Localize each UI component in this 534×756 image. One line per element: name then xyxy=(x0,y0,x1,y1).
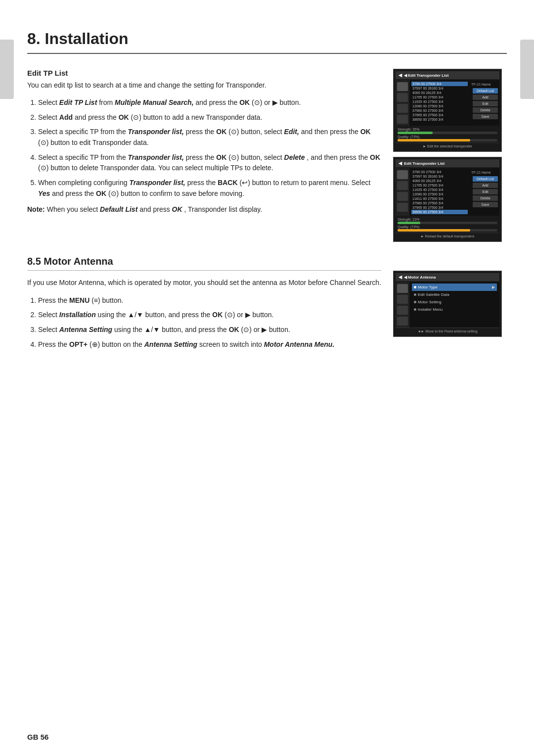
table-row: 37997 00 28160 3/4 xyxy=(411,174,468,179)
sidebar-icon-1 xyxy=(397,82,408,91)
screen2-sidebar xyxy=(396,168,409,216)
screen2-buttons: Default List Add Edit Delete Save xyxy=(471,176,498,207)
btn2-save[interactable]: Save xyxy=(473,202,498,207)
edit-tp-section: Edit TP List You can edit tp list to sea… xyxy=(27,69,507,242)
table-row: 11765 00 27500 3/4 xyxy=(411,183,468,188)
motor-screenshot-area: ◀ ◀ Motor Antenna M xyxy=(393,251,507,337)
left-tab xyxy=(0,40,14,99)
screen1-buttons: Default List Add Edit Delete Save xyxy=(471,88,498,119)
motor-intro: If you use Motor Antenna, which is opera… xyxy=(27,278,381,288)
page-footer: GB 56 xyxy=(27,733,507,741)
btn-save[interactable]: Save xyxy=(473,114,498,119)
screen2-tp-name: TP-21 Name xyxy=(471,170,498,175)
motor-step-2: Select Installation using the ▲/▼ button… xyxy=(38,310,381,321)
screen2-right: TP-21 Name Default List Add Edit Delete … xyxy=(470,168,499,216)
table-row: 12080 00 27500 3/4 xyxy=(411,104,468,108)
screen1-caption: ► Edit the selected transponder xyxy=(396,142,499,149)
sidebar-icon-3 xyxy=(397,192,408,201)
motor-screen-body: Motor Type ▶ Edit Satellite Data Motor S… xyxy=(396,282,499,328)
screen2-body: 3790 00 27500 3/4 37997 00 28160 3/4 400… xyxy=(396,168,499,216)
table-row: 11765 00 27500 3/4 xyxy=(411,95,468,99)
table-row: 3790 00 27500 3/4 xyxy=(411,82,468,86)
edit-tp-note: Note: When you select Default List and p… xyxy=(27,204,381,215)
edit-tp-screenshots: ◀ ◀ Edit Transponder List 3790 00 xyxy=(393,69,507,242)
motor-content: 8.5 Motor Antenna If you use Motor Anten… xyxy=(27,251,381,355)
right-tab xyxy=(520,40,534,99)
motor-menu-item-3[interactable]: Installer Menu xyxy=(412,306,497,313)
step-2: Select Add and press the OK (⊙) button t… xyxy=(38,112,381,123)
table-row: 4000 00 28125 3/4 xyxy=(411,179,468,183)
screen1-body: 3790 00 27500 3/4 37997 00 28160 3/4 400… xyxy=(396,80,499,126)
motor-screen-title: ◀ ◀ Motor Antenna xyxy=(396,273,499,281)
sidebar-icon-2 xyxy=(397,181,408,190)
motor-menu-label-1: Edit Satellite Data xyxy=(418,292,449,297)
footer-label: GB 56 xyxy=(27,733,48,741)
motor-screenshot: ◀ ◀ Motor Antenna M xyxy=(393,271,502,337)
screen2-signal: Strength: 23% Quality: (73%) xyxy=(396,217,499,233)
sidebar-icon-4 xyxy=(397,203,408,212)
motor-menu-label-0: Motor Type xyxy=(418,285,438,289)
sidebar-icon-1 xyxy=(397,170,408,179)
table-row: 37960 00 27500 3/4 xyxy=(411,108,468,113)
table-row: 3790 00 27500 3/4 xyxy=(411,170,468,174)
screen1-main: 3790 00 27500 3/4 37997 00 28160 3/4 400… xyxy=(409,80,470,126)
screen1-signal: Strength: 35% Quality: (73%) xyxy=(396,127,499,142)
table-row: 37965 00 27500 3/4 xyxy=(411,205,468,210)
screen2-caption: ► Reload the default transponders xyxy=(396,233,499,239)
table-row: 37997 00 28160 3/4 xyxy=(411,86,468,91)
motor-menu-item-1[interactable]: Edit Satellite Data xyxy=(412,291,497,298)
btn2-add[interactable]: Add xyxy=(473,183,498,188)
edit-tp-steps: Select Edit TP List from Multiple Manual… xyxy=(27,97,381,199)
btn-add[interactable]: Add xyxy=(473,94,498,100)
step-5: When completing configuring Transponder … xyxy=(38,178,381,199)
screenshot-1: ◀ ◀ Edit Transponder List 3790 00 xyxy=(393,69,502,152)
motor-subtitle: 8.5 Motor Antenna xyxy=(27,256,381,271)
table-row: 37960 00 27500 3/4 xyxy=(411,201,468,205)
btn2-edit[interactable]: Edit xyxy=(473,189,498,194)
screen2-main: 3790 00 27500 3/4 37997 00 28160 3/4 400… xyxy=(409,168,470,216)
screen2-title: ◀ Edit Transponder List xyxy=(396,159,499,167)
motor-menu-item-2[interactable]: Motor Setting xyxy=(412,298,497,306)
btn2-delete[interactable]: Delete xyxy=(473,195,498,201)
btn2-default-list[interactable]: Default List xyxy=(473,176,498,182)
motor-step-4: Press the OPT+ (⊕) button on the Antenna… xyxy=(38,339,381,350)
motor-sidebar-icon-1 xyxy=(397,284,408,293)
screen1-title: ◀ ◀ Edit Transponder List xyxy=(396,71,499,79)
motor-step-1: Press the MENU (≡) button. xyxy=(38,295,381,306)
table-row: 38950 00 27500 3/4 xyxy=(411,117,468,122)
step-1: Select Edit TP List from Multiple Manual… xyxy=(38,97,381,108)
screenshot-2: ◀ Edit Transponder List 3790 00 27 xyxy=(393,157,502,242)
motor-sidebar-icon-4 xyxy=(397,317,408,326)
screen1-table: 3790 00 27500 3/4 37997 00 28160 3/4 400… xyxy=(411,82,468,122)
table-row: 11811 00 27500 3/4 xyxy=(411,196,468,201)
motor-arrow-0: ▶ xyxy=(492,285,495,289)
btn-default-list[interactable]: Default List xyxy=(473,88,498,94)
edit-tp-content: Edit TP List You can edit tp list to sea… xyxy=(27,69,381,215)
btn-delete[interactable]: Delete xyxy=(473,107,498,113)
motor-screen-sidebar xyxy=(396,282,409,328)
table-row: 38950 00 27500 3/4 xyxy=(411,210,468,214)
table-row: 12080 00 27500 3/4 xyxy=(411,192,468,196)
motor-steps: Press the MENU (≡) button. Select Instal… xyxy=(27,295,381,350)
screen2-tri: ◀ xyxy=(399,161,402,166)
motor-menu-item-0[interactable]: Motor Type ▶ xyxy=(412,284,497,291)
edit-tp-label: Edit TP List xyxy=(27,69,381,77)
btn-edit[interactable]: Edit xyxy=(473,101,498,106)
motor-menu-dot-2 xyxy=(414,301,416,303)
edit-tp-intro: You can edit tp list to search at a time… xyxy=(27,80,381,91)
sidebar-icon-2 xyxy=(397,93,408,102)
page: 8. Installation Edit TP List You can edi… xyxy=(0,0,534,756)
step-4: Select a specific TP from the Transponde… xyxy=(38,152,381,174)
screen1-tri: ◀ xyxy=(399,73,402,78)
screen2-table: 3790 00 27500 3/4 37997 00 28160 3/4 400… xyxy=(411,170,468,214)
chapter-title: 8. Installation xyxy=(27,30,507,54)
step-3: Select a specific TP from the Transponde… xyxy=(38,127,381,148)
motor-sidebar-icon-2 xyxy=(397,295,408,304)
motor-menu-label-2: Motor Setting xyxy=(418,300,442,304)
motor-menu-dot-1 xyxy=(414,293,416,296)
motor-menu-dot-0 xyxy=(414,286,416,288)
table-row: 4000 00 28125 3/4 xyxy=(411,91,468,95)
motor-screen-caption: ◄► Move to the Fixed antenna setting xyxy=(396,328,499,334)
motor-tri: ◀ xyxy=(399,275,402,280)
table-row: 11925 40 27500 3/4 xyxy=(411,99,468,104)
